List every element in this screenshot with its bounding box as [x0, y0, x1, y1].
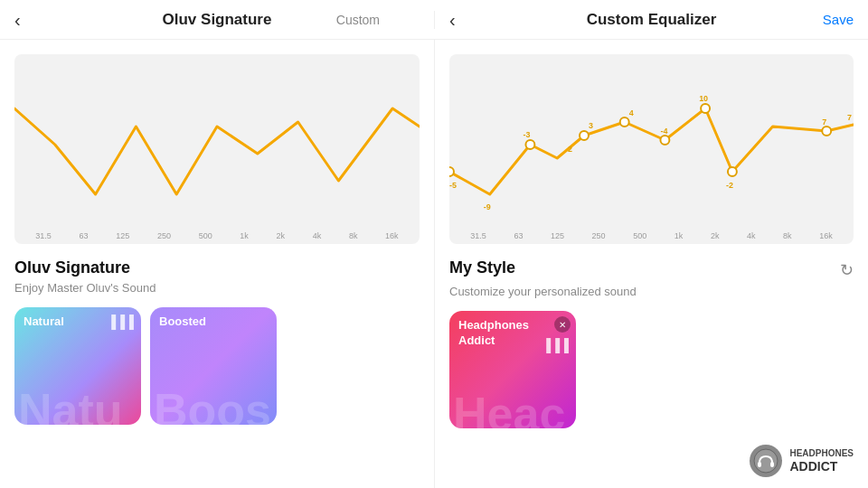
- svg-text:-2: -2: [726, 181, 733, 190]
- svg-point-4: [660, 136, 669, 145]
- eq-label-500: 500: [199, 231, 212, 240]
- logo-line1: HEADPHONES: [789, 448, 854, 459]
- logo-area: HEADPHONES ADDICT: [750, 445, 854, 477]
- headphones-card[interactable]: HeadphonesAddict ✕ ▐▐▐ Heac: [449, 311, 576, 428]
- svg-point-6: [728, 167, 737, 176]
- left-header-subtitle: Custom: [336, 13, 380, 27]
- eq-label-125: 125: [116, 231, 129, 240]
- svg-text:10: 10: [699, 94, 708, 103]
- left-header: ‹ Oluv Signature Custom: [0, 11, 434, 29]
- boosted-bg-text: Boos: [154, 387, 271, 425]
- natural-card-icon: ▐▐▐: [107, 314, 134, 329]
- refresh-button[interactable]: ↻: [840, 260, 854, 280]
- my-style-header: My Style ↻: [449, 258, 854, 281]
- right-eq-chart: -5 -9 -3 2 3 4 -4 10 -2 7 7 31.5 63 125 …: [449, 54, 854, 244]
- req-label-125: 125: [551, 231, 564, 240]
- eq-label-250: 250: [157, 231, 171, 240]
- boosted-card[interactable]: Boosted Boos: [150, 307, 277, 425]
- headphones-card-label: HeadphonesAddict: [458, 318, 529, 349]
- right-section-title: My Style: [449, 258, 515, 277]
- req-label-1k: 1k: [675, 231, 684, 240]
- svg-text:-3: -3: [523, 130, 530, 139]
- left-section-title: Oluv Signature: [14, 258, 420, 277]
- logo-icon: [750, 445, 782, 477]
- save-button[interactable]: Save: [823, 12, 854, 27]
- right-back-button[interactable]: ‹: [449, 11, 456, 29]
- headphones-card-icon: ▐▐▐: [542, 338, 569, 352]
- logo-text: HEADPHONES ADDICT: [789, 448, 854, 474]
- svg-text:-9: -9: [484, 202, 491, 211]
- svg-text:7: 7: [847, 113, 852, 122]
- req-label-63: 63: [514, 231, 523, 240]
- boosted-card-label: Boosted: [159, 314, 206, 330]
- svg-rect-21: [770, 462, 774, 467]
- svg-point-3: [620, 117, 629, 127]
- right-header-title: Custom Equalizer: [587, 11, 717, 29]
- eq-label-16k: 16k: [385, 231, 399, 240]
- svg-rect-20: [758, 462, 761, 467]
- svg-text:7: 7: [822, 117, 826, 127]
- eq-label-63: 63: [80, 231, 89, 240]
- svg-point-5: [701, 104, 710, 113]
- eq-label-2k: 2k: [277, 231, 286, 240]
- right-panel: -5 -9 -3 2 3 4 -4 10 -2 7 7 31.5 63 125 …: [434, 40, 868, 488]
- right-header: ‹ Custom Equalizer Save: [434, 11, 868, 29]
- left-cards-row: Natural ▐▐▐ Natu Boosted Boos: [14, 307, 420, 425]
- left-panel: 31.5 63 125 250 500 1k 2k 4k 8k 16k Oluv…: [0, 40, 434, 488]
- logo-line2: ADDICT: [789, 459, 854, 474]
- left-header-title: Oluv Signature: [163, 11, 272, 29]
- right-eq-labels: 31.5 63 125 250 500 1k 2k 4k 8k 16k: [449, 231, 854, 240]
- eq-label-315: 31.5: [35, 231, 52, 240]
- left-eq-chart: 31.5 63 125 250 500 1k 2k 4k 8k 16k: [14, 54, 420, 244]
- svg-point-1: [525, 140, 534, 149]
- right-section-subtitle: Customize your personalized sound: [449, 285, 854, 298]
- svg-point-0: [449, 167, 454, 176]
- svg-point-7: [822, 127, 831, 136]
- svg-point-19: [754, 449, 778, 473]
- natural-bg-text: Natu: [18, 387, 123, 425]
- eq-label-8k: 8k: [349, 231, 358, 240]
- svg-text:3: 3: [589, 121, 593, 130]
- headphones-bg-text: Heac: [453, 390, 565, 428]
- svg-text:4: 4: [629, 108, 634, 117]
- eq-label-4k: 4k: [313, 231, 322, 240]
- svg-text:-4: -4: [660, 127, 667, 136]
- req-label-16k: 16k: [819, 231, 833, 240]
- right-cards-row: HeadphonesAddict ✕ ▐▐▐ Heac: [449, 311, 854, 428]
- left-back-button[interactable]: ‹: [14, 11, 21, 29]
- req-label-250: 250: [592, 231, 606, 240]
- left-eq-labels: 31.5 63 125 250 500 1k 2k 4k 8k 16k: [14, 231, 420, 240]
- req-label-4k: 4k: [747, 231, 756, 240]
- svg-text:-5: -5: [449, 181, 457, 190]
- req-label-315: 31.5: [470, 231, 486, 240]
- svg-point-2: [580, 131, 589, 140]
- natural-card[interactable]: Natural ▐▐▐ Natu: [14, 307, 141, 425]
- eq-label-1k: 1k: [240, 231, 249, 240]
- main-content: 31.5 63 125 250 500 1k 2k 4k 8k 16k Oluv…: [0, 40, 868, 488]
- left-section-subtitle: Enjoy Master Oluv's Sound: [14, 281, 420, 295]
- svg-text:2: 2: [568, 145, 572, 154]
- natural-card-label: Natural: [24, 314, 64, 330]
- req-label-500: 500: [633, 231, 646, 240]
- req-label-2k: 2k: [711, 231, 720, 240]
- headphones-card-close[interactable]: ✕: [554, 316, 571, 333]
- req-label-8k: 8k: [783, 231, 792, 240]
